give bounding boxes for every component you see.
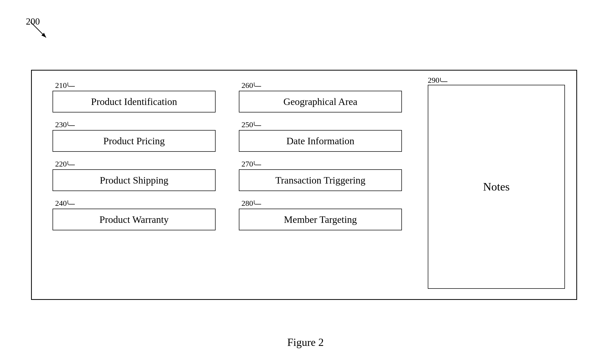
ref-260-label: 260: [241, 81, 402, 90]
ref-240-label: 240: [55, 199, 216, 208]
ref-250-label: 250: [241, 120, 402, 129]
product-shipping-box: Product Shipping: [53, 169, 216, 191]
member-targeting-box: Member Targeting: [239, 209, 402, 230]
ref-280-label: 280: [241, 199, 402, 208]
product-pricing-group: 230 Product Pricing: [53, 120, 216, 152]
arrow-200-icon: [28, 19, 51, 43]
geographical-area-box: Geographical Area: [239, 91, 402, 112]
middle-column: 260 Geographical Area 250 Date Informati…: [239, 81, 402, 238]
ref-270-label: 270: [241, 160, 402, 168]
ref-230-label: 230: [55, 120, 216, 129]
notes-label: Notes: [483, 180, 510, 193]
notes-ref-label: 290: [428, 76, 447, 85]
product-identification-box: Product Identification: [53, 91, 216, 112]
member-targeting-group: 280 Member Targeting: [239, 199, 402, 230]
date-information-group: 250 Date Information: [239, 120, 402, 152]
figure-caption: Figure 2: [287, 336, 324, 348]
notes-column: Notes: [428, 85, 565, 289]
transaction-triggering-group: 270 Transaction Triggering: [239, 160, 402, 191]
product-warranty-group: 240 Product Warranty: [53, 199, 216, 230]
product-pricing-box: Product Pricing: [53, 130, 216, 152]
geographical-area-group: 260 Geographical Area: [239, 81, 402, 112]
product-warranty-box: Product Warranty: [53, 209, 216, 230]
outer-box: 210 Product Identification 230 Product P…: [31, 70, 577, 300]
date-information-box: Date Information: [239, 130, 402, 152]
transaction-triggering-box: Transaction Triggering: [239, 169, 402, 191]
ref-220-label: 220: [55, 160, 216, 168]
product-identification-group: 210 Product Identification: [53, 81, 216, 112]
left-column: 210 Product Identification 230 Product P…: [53, 81, 216, 238]
ref-210-label: 210: [55, 81, 216, 90]
product-shipping-group: 220 Product Shipping: [53, 160, 216, 191]
